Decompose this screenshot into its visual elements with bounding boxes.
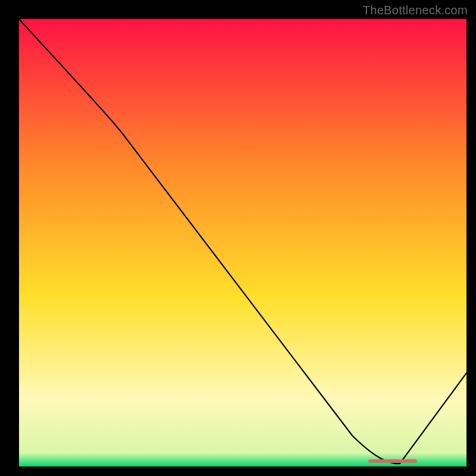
plot-area (19, 19, 466, 466)
watermark-text: TheBottleneck.com (363, 4, 468, 17)
chart-svg (19, 19, 466, 466)
optimum-marker (368, 459, 418, 463)
chart-stage: TheBottleneck.com (0, 0, 476, 476)
chart-background (19, 19, 466, 466)
